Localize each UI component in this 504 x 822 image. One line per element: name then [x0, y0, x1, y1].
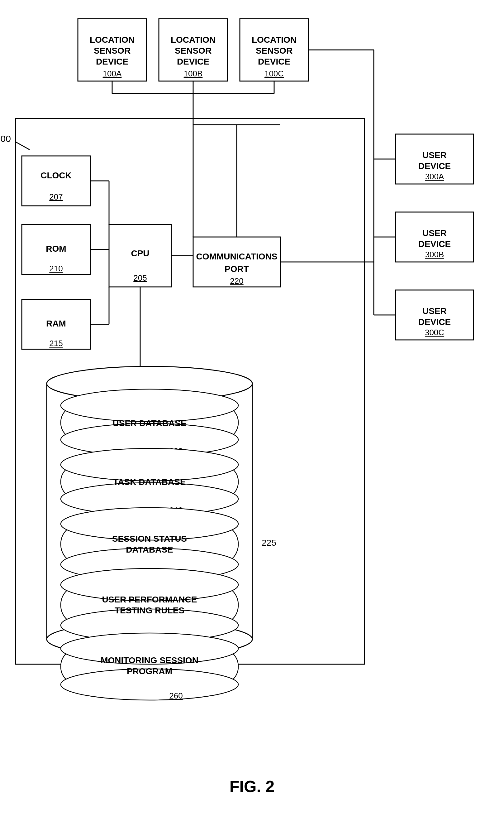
user-device-300c-ref: 300C: [425, 328, 444, 337]
svg-text:TESTING RULES: TESTING RULES: [115, 605, 184, 615]
location-sensor-100a-ref: 100A: [103, 69, 122, 78]
system-ref: 200: [0, 133, 11, 144]
location-sensor-100a-label: LOCATION: [90, 35, 135, 45]
svg-text:DEVICE: DEVICE: [418, 161, 451, 171]
svg-text:SENSOR: SENSOR: [94, 46, 131, 55]
svg-text:TASK DATABASE: TASK DATABASE: [113, 477, 186, 487]
monitoring-ref: 260: [169, 691, 183, 700]
rom-ref: 210: [49, 264, 63, 273]
diagram: LOCATION SENSOR DEVICE 100A LOCATION SEN…: [0, 0, 504, 822]
user-device-300a-ref: 300A: [425, 172, 444, 181]
svg-text:CPU: CPU: [131, 249, 149, 258]
task-database-top: [61, 448, 238, 481]
svg-text:LOCATION: LOCATION: [171, 35, 216, 45]
ram-ref: 215: [49, 339, 63, 348]
svg-text:SESSION STATUS: SESSION STATUS: [112, 534, 187, 543]
svg-text:USER PERFORMANCE: USER PERFORMANCE: [102, 595, 197, 604]
svg-text:DEVICE: DEVICE: [258, 57, 290, 66]
comm-port-ref: 220: [230, 276, 243, 286]
svg-text:DATABASE: DATABASE: [126, 545, 173, 554]
svg-text:DEVICE: DEVICE: [418, 239, 451, 249]
location-sensor-100b-ref: 100B: [184, 69, 203, 78]
svg-text:USER: USER: [422, 306, 447, 316]
svg-text:LOCATION: LOCATION: [252, 35, 297, 45]
svg-text:SENSOR: SENSOR: [175, 46, 212, 55]
location-sensor-100c-ref: 100C: [264, 69, 284, 78]
svg-line-13: [16, 142, 30, 150]
svg-text:USER: USER: [422, 228, 447, 238]
cpu-ref: 205: [133, 273, 147, 283]
svg-text:DEVICE: DEVICE: [177, 57, 209, 66]
svg-text:CLOCK: CLOCK: [40, 170, 72, 180]
svg-text:PROGRAM: PROGRAM: [127, 667, 172, 676]
svg-text:COMMUNICATIONS: COMMUNICATIONS: [196, 252, 278, 261]
svg-text:DEVICE: DEVICE: [96, 57, 128, 66]
svg-text:PORT: PORT: [225, 264, 249, 274]
user-database-top: [61, 389, 238, 422]
svg-text:ROM: ROM: [46, 244, 66, 254]
user-device-300b-ref: 300B: [425, 250, 444, 259]
storage-ref: 225: [262, 538, 276, 547]
svg-text:DEVICE: DEVICE: [418, 317, 451, 327]
svg-text:SENSOR: SENSOR: [256, 46, 292, 55]
svg-text:MONITORING SESSION: MONITORING SESSION: [101, 656, 198, 665]
clock-ref: 207: [49, 192, 63, 201]
svg-text:RAM: RAM: [46, 319, 66, 328]
svg-text:USER: USER: [422, 150, 447, 160]
svg-text:USER DATABASE: USER DATABASE: [113, 418, 187, 428]
figure-label: FIG. 2: [230, 777, 274, 796]
